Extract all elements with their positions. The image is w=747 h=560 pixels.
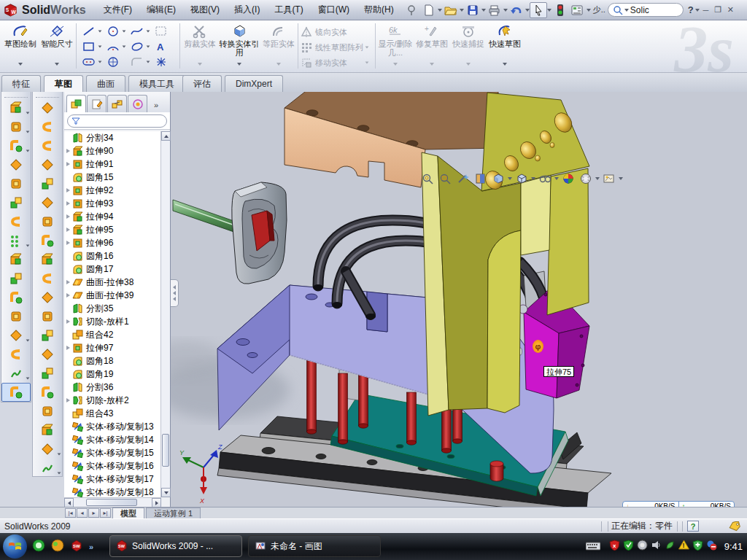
- part-clamp-unit[interactable]: [232, 182, 287, 284]
- arc-dropdown[interactable]: [123, 45, 126, 47]
- tree-item-实体-移动/复制17[interactable]: 实体-移动/复制17: [64, 472, 161, 486]
- hud-hide-show-icon-dropdown[interactable]: [554, 177, 559, 180]
- scroll-down-button[interactable]: [161, 488, 171, 497]
- surface-tool-8[interactable]: [33, 250, 62, 269]
- tray-messenger-icon[interactable]: [706, 540, 717, 553]
- tree-item-实体-移动/复制15[interactable]: 实体-移动/复制15: [64, 446, 161, 459]
- surface-tool-0[interactable]: [33, 98, 62, 117]
- surface-tool-15[interactable]: [33, 383, 62, 402]
- undo-icon-dropdown[interactable]: [525, 9, 530, 12]
- tree-item-拉伸91[interactable]: 拉伸91: [64, 158, 161, 171]
- sketch-entity-slot[interactable]: [80, 55, 98, 69]
- dimxpert-manager-tab[interactable]: [128, 95, 147, 112]
- expand-arrow-icon[interactable]: [64, 214, 72, 219]
- left-tool-5[interactable]: [1, 193, 31, 212]
- expand-arrow-icon[interactable]: [64, 280, 72, 284]
- filletg-dropdown[interactable]: [147, 61, 150, 63]
- toolbar-button-智能尺寸[interactable]: 智能尺寸: [39, 22, 74, 70]
- tab-特征[interactable]: 特征: [1, 75, 41, 92]
- tree-item-曲面-拉伸39[interactable]: 曲面-拉伸39: [64, 289, 161, 302]
- toolbar-button-等距实体[interactable]: 等距实体: [261, 22, 296, 70]
- tray-keyboard-icon[interactable]: [586, 540, 600, 553]
- tree-item-拉伸96[interactable]: 拉伸96: [64, 236, 161, 249]
- tree-item-拉伸95[interactable]: 拉伸95: [64, 223, 161, 236]
- tree-tabs-overflow[interactable]: »: [154, 101, 158, 112]
- expand-arrow-icon[interactable]: [64, 201, 72, 206]
- toolbar-button-剪裁实体[interactable]: 剪裁实体: [182, 22, 217, 70]
- toolbar-button-转换实体引用[interactable]: 转换实体引用: [219, 22, 260, 70]
- configuration-manager-tab[interactable]: [107, 95, 127, 112]
- hud-zoom-fit-icon[interactable]: [420, 171, 436, 186]
- tray-security-red-icon[interactable]: x: [609, 540, 620, 553]
- hud-view-orientation-icon-dropdown[interactable]: [508, 177, 512, 180]
- tree-item-切除-放样1[interactable]: 切除-放样1: [64, 315, 161, 328]
- surface-tool-12[interactable]: [33, 326, 62, 345]
- sketch-entity-line[interactable]: [80, 24, 98, 39]
- left-tool-9[interactable]: [1, 269, 31, 288]
- left-tool-3[interactable]: [1, 155, 31, 174]
- tree-item-实体-移动/复制16[interactable]: 实体-移动/复制16: [64, 459, 161, 472]
- rebuild-traffic-light-icon[interactable]: [551, 2, 569, 18]
- tree-item-圆角18[interactable]: 圆角18: [64, 354, 161, 368]
- tree-item-曲面-拉伸38[interactable]: 曲面-拉伸38: [64, 276, 161, 289]
- search-box[interactable]: Solic: [608, 3, 684, 17]
- taskbar-window-SolidWorks 2009 - ...[interactable]: SWSolidWorks 2009 - ...: [109, 535, 242, 557]
- left-tool-7[interactable]: [1, 231, 31, 250]
- left-tool-7-dropdown[interactable]: [26, 244, 30, 246]
- toolbar-button-修复草图[interactable]: +修复草图: [414, 22, 449, 70]
- hud-magic-wand-icon[interactable]: [455, 171, 471, 186]
- hud-section-view-icon[interactable]: [473, 171, 489, 186]
- toolbar-button-移动实体[interactable]: 移动实体: [301, 55, 371, 70]
- tray-green-leaf-icon[interactable]: [665, 540, 676, 553]
- tree-item-拉伸90[interactable]: 拉伸90: [64, 144, 161, 158]
- tree-item-圆角16[interactable]: 圆角16: [64, 249, 161, 262]
- sketch-entity-arc[interactable]: [104, 39, 122, 54]
- menu-插入(I)[interactable]: 插入(I): [227, 0, 267, 20]
- surface-tool-10[interactable]: [33, 288, 62, 307]
- expand-arrow-icon[interactable]: [64, 188, 72, 192]
- surface-tool-19-dropdown[interactable]: [58, 472, 61, 474]
- left-tool-2[interactable]: [1, 136, 31, 155]
- tray-speaker-icon[interactable]: [651, 540, 662, 553]
- left-tool-2-dropdown[interactable]: [26, 149, 30, 152]
- left-tool-6[interactable]: [1, 212, 31, 231]
- tab-草图[interactable]: 草图: [44, 75, 83, 92]
- sketch-entity-rect[interactable]: [80, 39, 98, 54]
- hud-view-orientation-icon[interactable]: [490, 171, 506, 186]
- property-manager-tab[interactable]: [87, 95, 107, 112]
- surface-tool-3[interactable]: [33, 155, 62, 174]
- surface-tool-19[interactable]: [33, 459, 62, 478]
- part-stub-pin[interactable]: [490, 461, 503, 481]
- left-tool-4[interactable]: [1, 174, 31, 193]
- tree-item-分割36[interactable]: 分割36: [64, 381, 161, 394]
- hud-scene-icon[interactable]: [578, 171, 594, 186]
- tray-badge-icon[interactable]: [637, 540, 648, 553]
- scroll-thumb-h[interactable]: [86, 499, 137, 506]
- sketch-entity-textA[interactable]: A: [152, 39, 170, 54]
- surface-tool-13[interactable]: [33, 345, 62, 364]
- hud-display-style-icon-dropdown[interactable]: [531, 177, 535, 180]
- tree-item-拉伸97[interactable]: 拉伸97: [64, 341, 161, 354]
- model-tabs-next[interactable]: ▸: [88, 508, 99, 518]
- quicklaunch-app-icon[interactable]: [51, 539, 64, 555]
- hud-zoom-area-icon[interactable]: [438, 171, 454, 186]
- quicklaunch-chevron[interactable]: »: [89, 542, 93, 551]
- expand-arrow-icon[interactable]: [64, 149, 72, 153]
- surface-tool-2[interactable]: [33, 136, 62, 155]
- model-tabs-prev[interactable]: ◂: [77, 508, 88, 518]
- new-file-icon[interactable]: [420, 2, 438, 18]
- ellipse-dropdown[interactable]: [147, 45, 150, 47]
- rect-dropdown[interactable]: [98, 45, 102, 47]
- left-tool-1-dropdown[interactable]: [26, 131, 30, 133]
- left-tool-11[interactable]: [1, 307, 31, 326]
- surface-tool-11[interactable]: [33, 307, 62, 326]
- menu-编辑(E)[interactable]: 编辑(E): [139, 0, 183, 20]
- left-tool-15[interactable]: [1, 383, 31, 402]
- hud-annotations-icon[interactable]: [601, 171, 617, 186]
- surface-tool-5[interactable]: [33, 193, 62, 212]
- tray-shield-green-icon[interactable]: [623, 540, 634, 553]
- hud-display-style-icon[interactable]: [514, 171, 530, 186]
- feature-manager-tab[interactable]: [66, 95, 86, 112]
- sketch-entity-ellipse[interactable]: [128, 39, 146, 54]
- left-tool-14-dropdown[interactable]: [26, 377, 30, 379]
